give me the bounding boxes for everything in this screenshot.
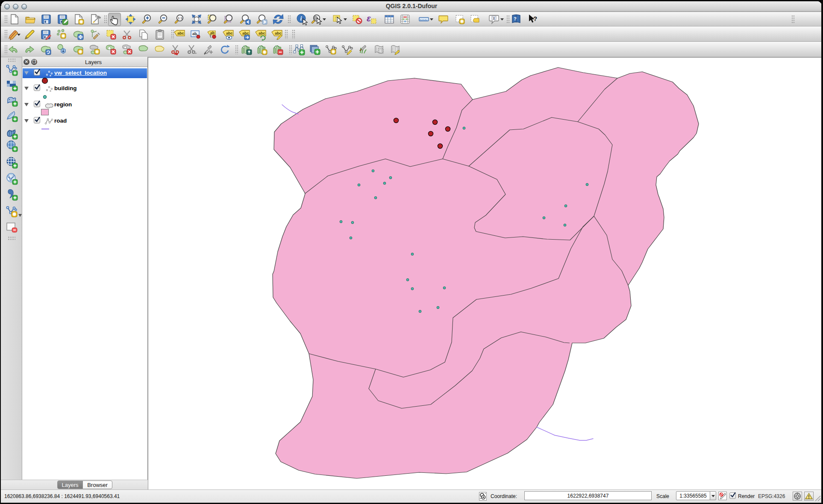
svg-text:ab: ab [192, 32, 197, 36]
svg-text:T: T [493, 17, 495, 21]
svg-text:?: ? [533, 15, 537, 22]
svg-text:1:1: 1:1 [178, 16, 182, 20]
svg-text:i: i [300, 15, 302, 22]
svg-text:?: ? [514, 16, 517, 21]
svg-text:ε: ε [367, 13, 371, 23]
